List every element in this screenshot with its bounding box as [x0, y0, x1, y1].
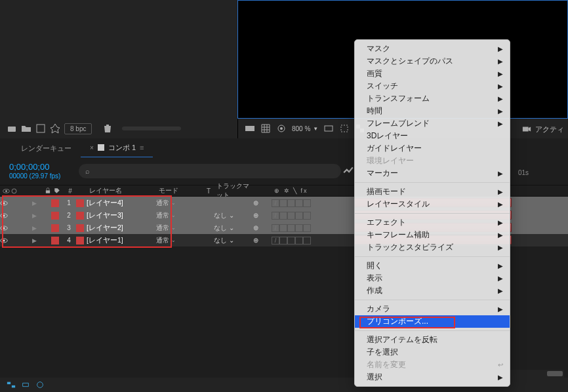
- zoom-value: 800 %: [292, 125, 310, 132]
- menu-frame-blend[interactable]: フレームブレンド▶: [355, 117, 510, 130]
- menu-layer-style[interactable]: レイヤースタイル▶: [355, 198, 510, 210]
- chevron-down-icon: ⌄: [171, 200, 176, 206]
- svg-point-15: [3, 202, 5, 204]
- chevron-down-icon: ⌄: [229, 224, 234, 231]
- zoom-dropdown[interactable]: 800 % ▼: [292, 125, 318, 132]
- svg-rect-0: [8, 127, 16, 132]
- menu-keyframe-assist[interactable]: キーフレーム補助▶: [355, 229, 510, 241]
- tab-comp[interactable]: × コンポ 1 ≡: [81, 139, 153, 158]
- menu-transform[interactable]: トランスフォーム▶: [355, 92, 510, 105]
- blend-mode-dropdown[interactable]: 通常⌄: [156, 236, 201, 245]
- project-zoom-slider[interactable]: [122, 127, 181, 130]
- alpha-toggle-icon[interactable]: [245, 123, 255, 134]
- menu-separator: [355, 213, 510, 214]
- col-flags: ⊕ ✲ ╲ fx: [272, 187, 331, 194]
- bpc-button[interactable]: 8 bpc: [64, 123, 92, 134]
- col-lock-icon[interactable]: [42, 187, 51, 194]
- folder-icon[interactable]: [21, 123, 31, 134]
- layer-name[interactable]: [レイヤー3]: [87, 211, 156, 220]
- menu-open[interactable]: 開く▶: [355, 260, 510, 272]
- layer-name[interactable]: [レイヤー1]: [87, 236, 156, 245]
- layer-switches[interactable]: [272, 224, 331, 232]
- blend-mode-dropdown[interactable]: 通常⌄: [156, 199, 201, 208]
- visibility-toggle-icon[interactable]: [0, 224, 8, 232]
- menu-create[interactable]: 作成▶: [355, 284, 510, 297]
- menu-marker[interactable]: マーカー▶: [355, 167, 510, 180]
- region-icon[interactable]: [339, 123, 350, 134]
- parent-pickwhip-icon[interactable]: ⊕: [253, 212, 258, 219]
- grid-icon[interactable]: [260, 123, 271, 134]
- twirl-icon[interactable]: ▶: [26, 212, 42, 219]
- menu-camera[interactable]: カメラ▶: [355, 303, 510, 315]
- source-color-swatch: [76, 224, 84, 232]
- tab-render-queue[interactable]: レンダーキュー: [12, 140, 81, 157]
- active-camera-label[interactable]: アクティ: [535, 125, 564, 134]
- menu-3d-layer[interactable]: 3Dレイヤー: [355, 130, 510, 142]
- blend-mode-dropdown[interactable]: 通常⌄: [156, 224, 201, 233]
- layer-search-input[interactable]: ⌕: [79, 164, 341, 178]
- layer-number: 1: [62, 199, 76, 206]
- visibility-toggle-icon[interactable]: [0, 199, 8, 207]
- layer-name[interactable]: [レイヤー4]: [87, 199, 156, 208]
- twirl-icon[interactable]: ▶: [26, 237, 42, 244]
- frame-blend-toggle-icon[interactable]: [35, 380, 45, 389]
- menu-track-stabilize[interactable]: トラックとスタビライズ▶: [355, 241, 510, 254]
- svg-rect-9: [523, 127, 529, 132]
- parent-pickwhip-icon[interactable]: ⊕: [253, 199, 258, 206]
- tab-menu-icon[interactable]: ≡: [140, 144, 144, 151]
- menu-mask[interactable]: マスク▶: [355, 43, 510, 55]
- scrollbar-thumb[interactable]: [547, 371, 563, 376]
- new-comp-icon[interactable]: [35, 123, 46, 134]
- camera-view-icon[interactable]: [522, 125, 531, 134]
- track-matte-dropdown[interactable]: なし⌄: [214, 224, 253, 233]
- menu-quality[interactable]: 画質▶: [355, 68, 510, 80]
- visibility-toggle-icon[interactable]: [0, 212, 8, 220]
- col-label-icon[interactable]: [51, 187, 62, 194]
- graph-editor-icon[interactable]: [342, 165, 354, 177]
- mask-toggle-icon[interactable]: [276, 123, 287, 134]
- layer-color-swatch[interactable]: [51, 212, 59, 220]
- menu-mask-shape-path[interactable]: マスクとシェイプのパス▶: [355, 55, 510, 68]
- frame-fps: 00000 (29.97 fps): [9, 172, 60, 180]
- menu-switch[interactable]: スイッチ▶: [355, 80, 510, 92]
- menu-invert-selection[interactable]: 選択アイテムを反転: [355, 334, 510, 346]
- adjustment-layer-icon[interactable]: [50, 123, 60, 134]
- blend-mode-dropdown[interactable]: 通常⌄: [156, 211, 201, 220]
- close-icon[interactable]: ×: [90, 144, 94, 151]
- trash-icon[interactable]: [102, 123, 113, 134]
- layer-color-swatch[interactable]: [51, 224, 59, 232]
- layer-switches[interactable]: [272, 199, 331, 207]
- menu-select[interactable]: 選択▶: [355, 371, 510, 383]
- menu-time[interactable]: 時間▶: [355, 105, 510, 117]
- col-av-icon[interactable]: [8, 187, 26, 195]
- menu-display[interactable]: 表示▶: [355, 272, 510, 284]
- twirl-icon[interactable]: ▶: [26, 225, 42, 231]
- toggle-switches-icon[interactable]: [7, 380, 16, 389]
- visibility-toggle-icon[interactable]: [0, 237, 8, 245]
- layer-switches[interactable]: [272, 237, 331, 245]
- bin-content-icon[interactable]: [7, 123, 17, 134]
- col-visibility-icon[interactable]: [0, 187, 8, 195]
- menu-draw-mode[interactable]: 描画モード▶: [355, 186, 510, 198]
- flag-quality-icon: ╲: [293, 187, 298, 194]
- track-matte-dropdown[interactable]: なし⌄: [214, 211, 253, 220]
- parent-pickwhip-icon[interactable]: ⊕: [253, 237, 258, 244]
- submenu-arrow-icon: ▶: [498, 83, 503, 90]
- menu-guide-layer[interactable]: ガイドレイヤー: [355, 142, 510, 155]
- shy-toggle-icon[interactable]: [21, 380, 30, 389]
- menu-select-children[interactable]: 子を選択: [355, 346, 510, 359]
- layer-color-swatch[interactable]: [51, 199, 59, 207]
- layer-name[interactable]: [レイヤー2]: [87, 224, 156, 233]
- layer-color-swatch[interactable]: [51, 237, 59, 245]
- timecode[interactable]: 0;00;00;00 00000 (29.97 fps): [0, 163, 60, 180]
- submenu-arrow-icon: ▶: [498, 374, 503, 381]
- menu-effect[interactable]: エフェクト▶: [355, 216, 510, 229]
- parent-pickwhip-icon[interactable]: ⊕: [253, 224, 258, 231]
- layer-switches[interactable]: [272, 212, 331, 220]
- track-matte-dropdown[interactable]: なし⌄: [214, 236, 253, 245]
- twirl-icon[interactable]: ▶: [26, 200, 42, 206]
- menu-precompose[interactable]: プリコンポーズ...: [355, 315, 510, 328]
- menu-separator: [355, 330, 510, 331]
- tab-label: レンダーキュー: [21, 144, 71, 153]
- resolution-icon[interactable]: [323, 123, 334, 134]
